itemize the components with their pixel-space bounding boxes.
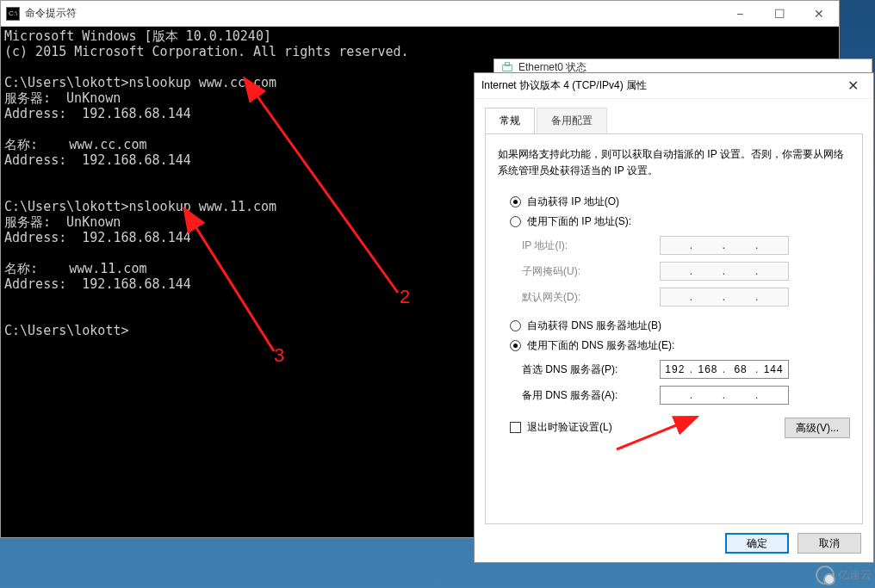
description-text: 如果网络支持此功能，则可以获取自动指派的 IP 设置。否则，你需要从网络系统管理… <box>498 146 850 179</box>
radio-icon <box>510 196 521 207</box>
ipv4-titlebar[interactable]: Internet 协议版本 4 (TCP/IPv4) 属性 ✕ <box>475 73 873 99</box>
maximize-button[interactable]: ☐ <box>760 1 799 26</box>
cmd-line: 服务器: UnKnown <box>4 214 121 230</box>
close-icon[interactable]: ✕ <box>839 77 866 94</box>
window-controls: − ☐ ✕ <box>720 1 839 26</box>
subnet-mask-label: 子网掩码(U): <box>522 264 660 279</box>
dialog-footer: 确定 取消 <box>475 524 873 562</box>
cmd-line: Address: 192.168.68.144 <box>4 152 191 168</box>
ip-octet[interactable]: 144 <box>759 363 788 375</box>
radio-label: 自动获得 IP 地址(O) <box>527 195 619 209</box>
default-gateway-label: 默认网关(D): <box>522 290 660 305</box>
radio-label: 使用下面的 IP 地址(S): <box>527 214 631 229</box>
ip-octet[interactable]: 192 <box>661 363 690 375</box>
ip-field-group: IP 地址(I): ... 子网掩码(U): ... 默认网关(D): ... <box>522 236 850 306</box>
cmd-line: 名称: www.11.com <box>4 261 146 276</box>
default-gateway-input: ... <box>660 288 789 306</box>
tab-alternate[interactable]: 备用配置 <box>537 108 607 133</box>
ip-octet[interactable]: 68 <box>726 363 755 375</box>
radio-label: 使用下面的 DNS 服务器地址(E): <box>527 338 674 353</box>
ipv4-body: 常规 备用配置 如果网络支持此功能，则可以获取自动指派的 IP 设置。否则，你需… <box>475 99 873 524</box>
cmd-line: Address: 192.168.68.144 <box>4 276 191 292</box>
ipv4-properties-dialog: Internet 协议版本 4 (TCP/IPv4) 属性 ✕ 常规 备用配置 … <box>474 72 874 563</box>
ip-address-label: IP 地址(I): <box>522 238 660 253</box>
cmd-prompt: C:\Users\lokott> <box>4 323 129 338</box>
ok-button[interactable]: 确定 <box>725 533 789 554</box>
cmd-line: Address: 192.168.68.144 <box>4 106 191 121</box>
cmd-window-title: 命令提示符 <box>25 6 720 21</box>
minimize-button[interactable]: − <box>720 1 760 26</box>
radio-manual-ip[interactable]: 使用下面的 IP 地址(S): <box>510 214 850 229</box>
cancel-button[interactable]: 取消 <box>797 533 861 554</box>
subnet-mask-input: ... <box>660 262 789 281</box>
radio-label: 自动获得 DNS 服务器地址(B) <box>527 319 661 333</box>
close-button[interactable]: ✕ <box>799 1 839 26</box>
preferred-dns-label: 首选 DNS 服务器(P): <box>522 362 660 377</box>
checkbox-label: 退出时验证设置(L) <box>527 420 612 435</box>
advanced-button[interactable]: 高级(V)... <box>785 418 850 438</box>
ipv4-dialog-title: Internet 协议版本 4 (TCP/IPv4) 属性 <box>481 78 839 93</box>
radio-auto-ip[interactable]: 自动获得 IP 地址(O) <box>510 195 850 209</box>
radio-icon <box>510 216 521 227</box>
radio-icon <box>510 320 521 331</box>
dns-field-group: 首选 DNS 服务器(P): 192. 168. 68. 144 备用 DNS … <box>522 360 850 405</box>
cmd-titlebar[interactable]: C:\ 命令提示符 − ☐ ✕ <box>1 1 839 27</box>
checkbox-icon <box>510 422 521 433</box>
tabs: 常规 备用配置 <box>485 108 863 134</box>
cmd-line: Address: 192.168.68.144 <box>4 230 191 245</box>
preferred-dns-input[interactable]: 192. 168. 68. 144 <box>660 360 789 379</box>
ethernet-icon <box>501 61 513 73</box>
alt-dns-label: 备用 DNS 服务器(A): <box>522 388 660 403</box>
radio-auto-dns[interactable]: 自动获得 DNS 服务器地址(B) <box>510 319 850 333</box>
radio-manual-dns[interactable]: 使用下面的 DNS 服务器地址(E): <box>510 338 850 353</box>
watermark-text: 亿速云 <box>838 567 872 583</box>
cloud-icon <box>816 566 835 585</box>
cmd-icon: C:\ <box>6 7 20 21</box>
tab-content: 如果网络支持此功能，则可以获取自动指派的 IP 设置。否则，你需要从网络系统管理… <box>485 134 863 524</box>
radio-icon <box>510 340 521 351</box>
cmd-line: 服务器: UnKnown <box>4 90 121 106</box>
tab-general[interactable]: 常规 <box>485 108 535 133</box>
cmd-line: Microsoft Windows [版本 10.0.10240] <box>4 28 271 44</box>
cmd-line: C:\Users\lokott>nslookup www.cc.com <box>4 75 276 90</box>
ip-address-input: ... <box>660 236 789 255</box>
watermark: 亿速云 <box>816 566 872 585</box>
cmd-line: 名称: www.cc.com <box>4 137 146 152</box>
cmd-line: (c) 2015 Microsoft Corporation. All righ… <box>4 44 409 59</box>
ip-octet[interactable]: 168 <box>693 363 723 375</box>
cmd-line: C:\Users\lokott>nslookup www.11.com <box>4 199 276 214</box>
alt-dns-input[interactable]: ... <box>660 386 789 405</box>
